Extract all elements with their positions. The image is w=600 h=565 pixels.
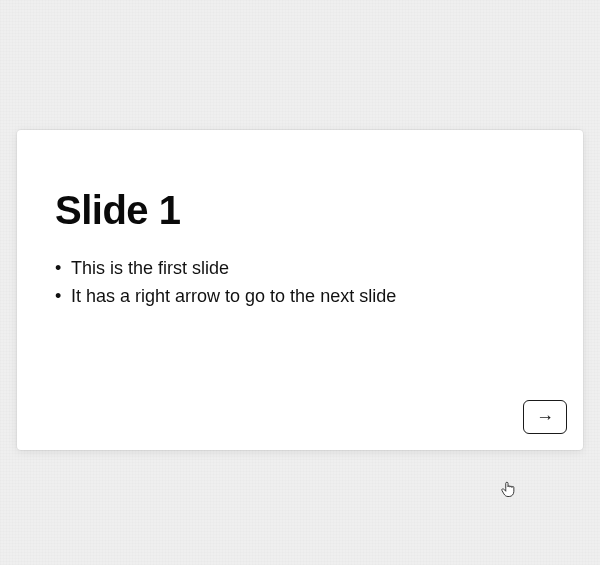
cursor-hand-icon xyxy=(500,480,516,498)
slide-bullet-list: This is the first slide It has a right a… xyxy=(55,255,545,311)
slide-bullet-item: This is the first slide xyxy=(55,255,545,283)
slide-bullet-item: It has a right arrow to go to the next s… xyxy=(55,283,545,311)
next-slide-button[interactable]: → xyxy=(523,400,567,434)
arrow-right-icon: → xyxy=(536,407,554,428)
slide-card: Slide 1 This is the first slide It has a… xyxy=(17,130,583,450)
slide-title: Slide 1 xyxy=(55,188,545,233)
